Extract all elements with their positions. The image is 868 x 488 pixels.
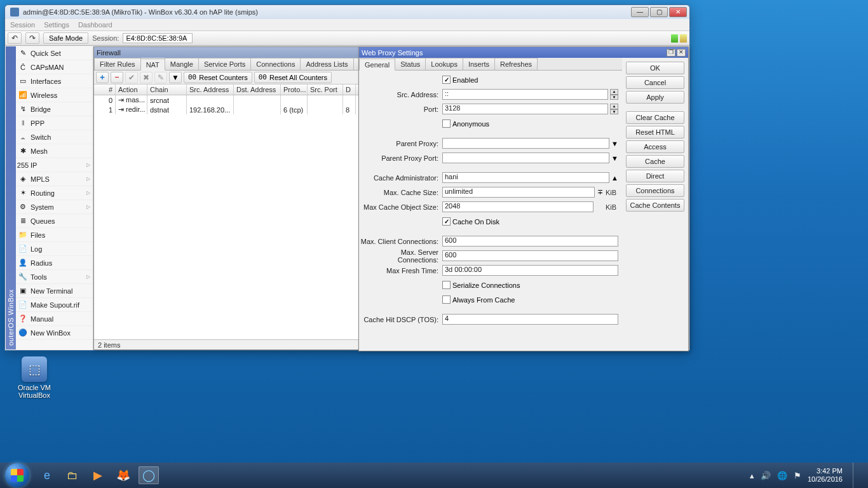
proxy-ok-button[interactable]: OK <box>626 62 684 74</box>
always-cache-checkbox[interactable] <box>442 295 451 304</box>
maximize-button[interactable]: ▢ <box>650 7 668 17</box>
port-input[interactable]: 3128 <box>442 104 608 114</box>
max-cache-size-input[interactable]: unlimited <box>442 187 595 198</box>
taskbar-winbox-icon[interactable]: ◯ <box>139 466 159 484</box>
sidebar-item-switch[interactable]: ⫠Switch <box>16 130 93 144</box>
serialize-checkbox[interactable] <box>442 281 451 289</box>
taskbar-ie-icon[interactable]: e <box>37 466 57 484</box>
proxy-tab-refreshes[interactable]: Refreshes <box>494 58 538 70</box>
firewall-tab-connections[interactable]: Connections <box>250 58 301 70</box>
sidebar-item-new-terminal[interactable]: ▣New Terminal <box>16 284 93 298</box>
sidebar-item-quick-set[interactable]: ✎Quick Set <box>16 46 93 60</box>
titlebar[interactable]: admin@E4:8D:8C:5E:38:9A (MikroTik) - Win… <box>5 5 689 19</box>
proxy-tab-inserts[interactable]: Inserts <box>463 58 495 70</box>
comment-button[interactable]: ✎ <box>154 72 167 83</box>
taskbar-firefox-icon[interactable]: 🦊 <box>113 466 133 484</box>
src-address-input[interactable]: :: <box>442 89 608 100</box>
cache-disk-checkbox[interactable]: ✓ <box>442 217 451 226</box>
cache-admin-input[interactable]: hani <box>442 172 609 183</box>
show-desktop-button[interactable] <box>853 463 859 488</box>
sidebar-item-mpls[interactable]: ◈MPLS▷ <box>16 172 93 186</box>
menu-session[interactable]: Session <box>10 21 35 29</box>
taskbar-media-icon[interactable]: ▶ <box>88 466 108 484</box>
disable-button[interactable]: ✖ <box>140 72 153 83</box>
undo-button[interactable]: ↶ <box>8 32 22 44</box>
sidebar-item-bridge[interactable]: ↯Bridge <box>16 102 93 116</box>
minimize-button[interactable]: — <box>631 7 649 17</box>
proxy-direct-button[interactable]: Direct <box>626 170 684 182</box>
proxy-apply-button[interactable]: Apply <box>626 91 684 104</box>
enable-button[interactable]: ✔ <box>125 72 138 83</box>
anonymous-checkbox[interactable] <box>442 119 451 128</box>
max-cache-obj-input[interactable]: 2048 <box>442 201 593 212</box>
firewall-tab-nat[interactable]: NAT <box>140 58 165 71</box>
sidebar-item-tools[interactable]: 🔧Tools▷ <box>16 270 93 284</box>
col-num[interactable]: # <box>94 85 116 95</box>
dscp-input[interactable]: 4 <box>442 314 618 325</box>
parent-proxy-input[interactable] <box>442 138 609 149</box>
firewall-tab-filter-rules[interactable]: Filter Rules <box>94 58 141 70</box>
desktop-icon-virtualbox[interactable]: ⬚ Oracle VM VirtualBox <box>11 356 57 399</box>
firewall-tab-service-ports[interactable]: Service Ports <box>198 58 251 70</box>
proxy-connections-button[interactable]: Connections <box>626 184 684 197</box>
port-spin[interactable]: ▲▼ <box>610 104 618 114</box>
sidebar-item-wireless[interactable]: 📶Wireless <box>16 88 93 102</box>
proxy-tab-status[interactable]: Status <box>395 58 426 70</box>
tray-flag-icon[interactable]: ⚑ <box>794 471 801 480</box>
parent-proxy-dropdown[interactable]: ▼ <box>611 140 618 147</box>
col-proto[interactable]: Proto... <box>281 85 308 95</box>
enabled-checkbox[interactable]: ✓ <box>442 76 451 84</box>
tray-clock[interactable]: 3:42 PM 10/26/2016 <box>808 467 843 484</box>
sidebar-item-ip[interactable]: 255IP▷ <box>16 158 93 172</box>
col-action[interactable]: Action <box>116 85 147 95</box>
proxy-tab-lookups[interactable]: Lookups <box>425 58 463 70</box>
proxy-titlebar[interactable]: Web Proxy Settings ❐ ✕ <box>359 47 688 58</box>
sidebar-item-ppp[interactable]: ⫴PPP <box>16 116 93 130</box>
sidebar-item-interfaces[interactable]: ▭Interfaces <box>16 74 93 88</box>
proxy-tab-general[interactable]: General <box>359 58 395 71</box>
sidebar-item-queues[interactable]: ≣Queues <box>16 214 93 228</box>
tray-volume-icon[interactable]: 🔊 <box>761 471 771 480</box>
src-address-spin[interactable]: ▲▼ <box>610 89 618 100</box>
sidebar-item-files[interactable]: 📁Files <box>16 228 93 242</box>
menu-settings[interactable]: Settings <box>44 21 69 29</box>
safe-mode-button[interactable]: Safe Mode <box>43 32 88 44</box>
proxy-restore-button[interactable]: ❐ <box>667 49 675 57</box>
sidebar-item-system[interactable]: ⚙System▷ <box>16 200 93 214</box>
cache-admin-collapse[interactable]: ▲ <box>611 174 618 182</box>
col-dst-address[interactable]: Dst. Address <box>234 85 281 95</box>
sidebar-item-routing[interactable]: ✶Routing▷ <box>16 186 93 200</box>
proxy-clear-cache-button[interactable]: Clear Cache <box>626 111 684 124</box>
firewall-tab-address-lists[interactable]: Address Lists <box>300 58 353 70</box>
col-src-address[interactable]: Src. Address <box>187 85 234 95</box>
redo-button[interactable]: ↷ <box>25 32 39 44</box>
col-src-port[interactable]: Src. Port <box>308 85 343 95</box>
reset-counters-button[interactable]: 00Reset Counters <box>184 72 252 83</box>
sidebar-item-mesh[interactable]: ✱Mesh <box>16 144 93 158</box>
taskbar-explorer-icon[interactable]: 🗀 <box>62 466 83 484</box>
tray-network-icon[interactable]: 🌐 <box>777 471 787 480</box>
proxy-close-button[interactable]: ✕ <box>677 49 686 57</box>
menu-dashboard[interactable]: Dashboard <box>78 21 112 29</box>
remove-button[interactable]: － <box>111 72 123 83</box>
proxy-cache-button[interactable]: Cache <box>626 155 684 168</box>
sidebar-item-capsman[interactable]: ĈCAPsMAN <box>16 60 93 74</box>
parent-proxy-port-expand[interactable]: ▼ <box>611 154 618 162</box>
proxy-cancel-button[interactable]: Cancel <box>626 76 684 89</box>
max-cache-size-dropdown[interactable]: ∓ <box>597 188 604 196</box>
max-server-input[interactable]: 600 <box>442 250 618 261</box>
sidebar-item-radius[interactable]: 👤Radius <box>16 256 93 270</box>
proxy-cache-contents-button[interactable]: Cache Contents <box>626 199 684 212</box>
add-button[interactable]: ＋ <box>96 72 109 83</box>
close-button[interactable]: ✕ <box>669 7 687 17</box>
sidebar-item-log[interactable]: 📄Log <box>16 242 93 256</box>
max-client-input[interactable]: 600 <box>442 236 618 247</box>
tray-show-hidden-icon[interactable]: ▴ <box>750 471 754 480</box>
firewall-tab-mangle[interactable]: Mangle <box>165 58 199 70</box>
proxy-reset-html-button[interactable]: Reset HTML <box>626 126 684 139</box>
start-button[interactable] <box>5 463 29 487</box>
sidebar-item-new-winbox[interactable]: 🔵New WinBox <box>16 326 93 340</box>
sidebar-item-manual[interactable]: ❓Manual <box>16 312 93 326</box>
filter-button[interactable]: ▼ <box>169 72 182 83</box>
col-chain[interactable]: Chain <box>147 85 187 95</box>
